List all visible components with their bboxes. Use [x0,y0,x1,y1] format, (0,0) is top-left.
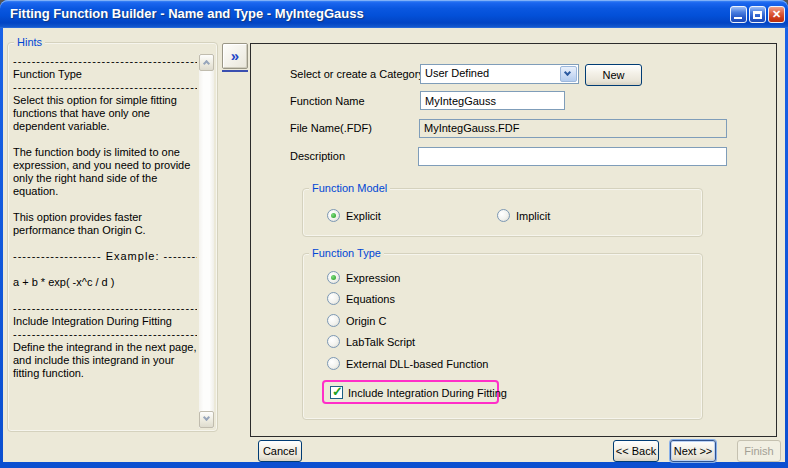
category-dropdown[interactable]: User Defined [420,64,579,84]
file-name-label: File Name(.FDF) [290,122,372,134]
check-icon: ✓ [332,384,343,399]
radio-external-dll[interactable] [327,357,340,370]
radio-equations-label: Equations [346,293,395,305]
hint-example-heading: ------------------- Example: -----------… [13,250,197,263]
hint-separator: ----------------------------------------… [13,302,197,315]
hint-heading: Include Integration During Fitting [13,315,197,328]
hint-blank [13,133,197,146]
hint-separator: ----------------------------------------… [13,55,197,68]
radio-explicit-label: Explicit [346,210,381,222]
double-chevron-icon: » [231,47,239,64]
maximize-icon [753,11,762,19]
fitting-function-builder-dialog: Fitting Function Builder - Name and Type… [0,0,788,468]
radio-external-dll-label: External DLL-based Function [346,358,488,370]
radio-origin-c-label: Origin C [346,315,386,327]
cancel-button[interactable]: Cancel [258,440,302,462]
new-category-button[interactable]: New [585,64,642,86]
radio-origin-c[interactable] [327,314,340,327]
integration-checkbox[interactable]: ✓ [330,386,343,399]
file-name-field: MyIntegGauss.FDF [419,119,727,138]
hints-scrollbar[interactable] [199,54,214,428]
radio-expression[interactable] [327,271,340,284]
radio-explicit[interactable] [327,209,340,222]
chevron-down-icon [564,69,571,76]
close-icon: ✕ [772,8,781,20]
scroll-down-button[interactable] [199,411,214,428]
hint-blank [13,198,197,211]
hint-paragraph: The function body is limited to one expr… [13,146,197,198]
description-input[interactable] [418,147,727,166]
radio-implicit-label: Implicit [516,210,550,222]
hint-separator: ----------------------------------------… [13,328,197,341]
hint-blank [13,237,197,250]
maximize-button[interactable] [749,6,766,23]
hint-blank [13,263,197,276]
integration-checkbox-label: Include Integration During Fitting [348,387,507,399]
finish-button[interactable]: Finish [737,440,781,462]
dropdown-arrow-button[interactable] [560,66,577,82]
next-button[interactable]: Next >> [670,440,716,462]
description-label: Description [290,150,345,162]
radio-implicit[interactable] [497,209,510,222]
hint-paragraph: Define the integrand in the next page, a… [13,341,197,380]
chevron-up-icon [203,60,210,67]
collapse-hints-button[interactable]: » [222,43,248,69]
hint-blank [13,289,197,302]
hints-group-title: Hints [14,36,45,49]
expander-underline [222,70,248,72]
radio-labtalk-script-label: LabTalk Script [346,336,415,348]
hint-example-expression: a + b * exp( -x^c / d ) [13,276,197,289]
function-type-title: Function Type [309,247,384,260]
minimize-icon [734,17,742,19]
title-bar[interactable]: Fitting Function Builder - Name and Type… [0,0,788,28]
hints-text: ----------------------------------------… [13,55,197,380]
chevron-down-icon [203,414,210,421]
hint-separator: ----------------------------------------… [13,81,197,94]
hint-paragraph: This option provides faster performance … [13,211,197,237]
radio-labtalk-script[interactable] [327,335,340,348]
function-name-label: Function Name [290,95,365,107]
scroll-up-button[interactable] [199,54,214,71]
hint-heading: Function Type [13,68,197,81]
radio-expression-label: Expression [346,272,400,284]
hint-paragraph: Select this option for simple fitting fu… [13,94,197,133]
back-button[interactable]: << Back [613,440,659,462]
function-name-input[interactable] [420,91,565,110]
radio-equations[interactable] [327,292,340,305]
function-model-title: Function Model [309,182,390,195]
minimize-button[interactable] [730,6,747,23]
window-title: Fitting Function Builder - Name and Type… [10,6,364,21]
category-selected-value: User Defined [425,67,489,79]
close-button[interactable]: ✕ [768,6,785,23]
category-label: Select or create a Category [290,68,424,80]
